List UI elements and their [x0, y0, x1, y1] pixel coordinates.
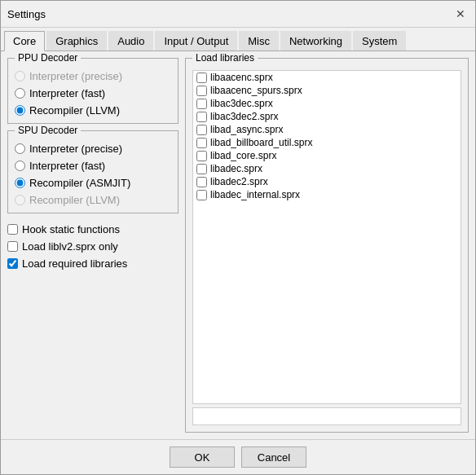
- ppu-interpreter-precise[interactable]: Interpreter (precise): [15, 70, 171, 82]
- lib-item-label: libadec.sprx: [210, 163, 262, 174]
- tab-input--output[interactable]: Input / Output: [155, 31, 237, 51]
- left-panel: PPU Decoder Interpreter (precise) Interp…: [7, 58, 178, 433]
- ppu-decoder-group: PPU Decoder Interpreter (precise) Interp…: [7, 58, 178, 124]
- ppu-recompiler-llvm[interactable]: Recompiler (LLVM): [15, 104, 171, 117]
- tab-bar: CoreGraphicsAudioInput / OutputMiscNetwo…: [1, 28, 475, 51]
- ppu-decoder-title: PPU Decoder: [15, 52, 81, 64]
- spu-interpreter-precise[interactable]: Interpreter (precise): [15, 143, 171, 155]
- cancel-button[interactable]: Cancel: [241, 446, 306, 468]
- checkbox-area: Hook static functions Load liblv2.sprx o…: [7, 220, 178, 273]
- lib-item-label: libad_core.sprx: [210, 150, 276, 161]
- lib-item-label: libadec_internal.sprx: [210, 189, 300, 200]
- ppu-option-label: Recompiler (LLVM): [29, 104, 120, 117]
- lib-item[interactable]: libac3dec2.sprx: [193, 110, 461, 123]
- lib-item-label: libac3dec.sprx: [210, 98, 273, 109]
- lib-item-label: libad_billboard_util.sprx: [210, 137, 312, 148]
- tab-system[interactable]: System: [353, 31, 406, 51]
- tab-audio[interactable]: Audio: [108, 31, 153, 51]
- spu-option-label: Recompiler (LLVM): [29, 194, 120, 206]
- hook-static-functions-checkbox[interactable]: Hook static functions: [7, 223, 178, 235]
- spu-interpreter-fast[interactable]: Interpreter (fast): [15, 160, 171, 172]
- lib-item-label: libac3dec2.sprx: [210, 111, 278, 122]
- lib-item[interactable]: libadec2.sprx: [193, 175, 461, 188]
- lib-item[interactable]: libad_core.sprx: [193, 149, 461, 162]
- close-button[interactable]: ✕: [452, 6, 469, 22]
- ppu-option-label: Interpreter (fast): [29, 87, 105, 99]
- spu-option-label: Interpreter (precise): [29, 143, 122, 155]
- ppu-option-label: Interpreter (precise): [29, 70, 122, 82]
- load-liblv2-checkbox[interactable]: Load liblv2.sprx only: [7, 240, 178, 253]
- lib-item-label: libadec2.sprx: [210, 176, 268, 187]
- load-libraries-group: Load libraries libaacenc.sprxlibaacenc_s…: [185, 58, 469, 433]
- tab-networking[interactable]: Networking: [280, 31, 351, 51]
- lib-item[interactable]: libaacenc.sprx: [193, 71, 461, 84]
- lib-item-label: libad_async.sprx: [210, 124, 283, 135]
- load-libraries-title: Load libraries: [192, 52, 258, 64]
- right-panel: Load libraries libaacenc.sprxlibaacenc_s…: [185, 58, 469, 433]
- spu-recompiler-llvm[interactable]: Recompiler (LLVM): [15, 194, 171, 206]
- title-bar: Settings ✕: [1, 1, 475, 28]
- lib-item[interactable]: libac3dec.sprx: [193, 97, 461, 110]
- spu-option-label: Interpreter (fast): [29, 160, 105, 172]
- lib-item[interactable]: libaacenc_spurs.sprx: [193, 84, 461, 97]
- lib-item[interactable]: libad_async.sprx: [193, 123, 461, 136]
- libraries-list[interactable]: libaacenc.sprxlibaacenc_spurs.sprxlibac3…: [192, 70, 461, 404]
- lib-item[interactable]: libadec.sprx: [193, 162, 461, 175]
- tab-core[interactable]: Core: [4, 31, 45, 51]
- settings-window: Settings ✕ CoreGraphicsAudioInput / Outp…: [0, 0, 476, 475]
- ppu-interpreter-fast[interactable]: Interpreter (fast): [15, 87, 171, 99]
- tab-misc[interactable]: Misc: [239, 31, 279, 51]
- ok-button[interactable]: OK: [170, 446, 235, 468]
- spu-radio-group: Interpreter (precise) Interpreter (fast)…: [15, 143, 171, 206]
- lib-item-label: libaacenc_spurs.sprx: [210, 85, 302, 96]
- ppu-radio-group: Interpreter (precise) Interpreter (fast)…: [15, 70, 171, 117]
- spu-decoder-title: SPU Decoder: [15, 125, 81, 136]
- tab-graphics[interactable]: Graphics: [46, 31, 107, 51]
- spu-option-label: Recompiler (ASMJIT): [29, 177, 130, 189]
- main-content: PPU Decoder Interpreter (precise) Interp…: [1, 51, 475, 439]
- checkbox-label: Load required libraries: [22, 257, 127, 270]
- libraries-search-input[interactable]: [192, 407, 461, 425]
- spu-decoder-group: SPU Decoder Interpreter (precise) Interp…: [7, 130, 178, 213]
- spu-recompiler-asmjit[interactable]: Recompiler (ASMJIT): [15, 177, 171, 189]
- load-required-libraries-checkbox[interactable]: Load required libraries: [7, 257, 178, 270]
- lib-item-label: libaacenc.sprx: [210, 72, 273, 83]
- checkbox-label: Load liblv2.sprx only: [22, 240, 118, 253]
- window-title: Settings: [7, 8, 46, 20]
- lib-item[interactable]: libad_billboard_util.sprx: [193, 136, 461, 149]
- footer: OK Cancel: [1, 439, 475, 474]
- checkbox-label: Hook static functions: [22, 223, 120, 235]
- lib-item[interactable]: libadec_internal.sprx: [193, 188, 461, 201]
